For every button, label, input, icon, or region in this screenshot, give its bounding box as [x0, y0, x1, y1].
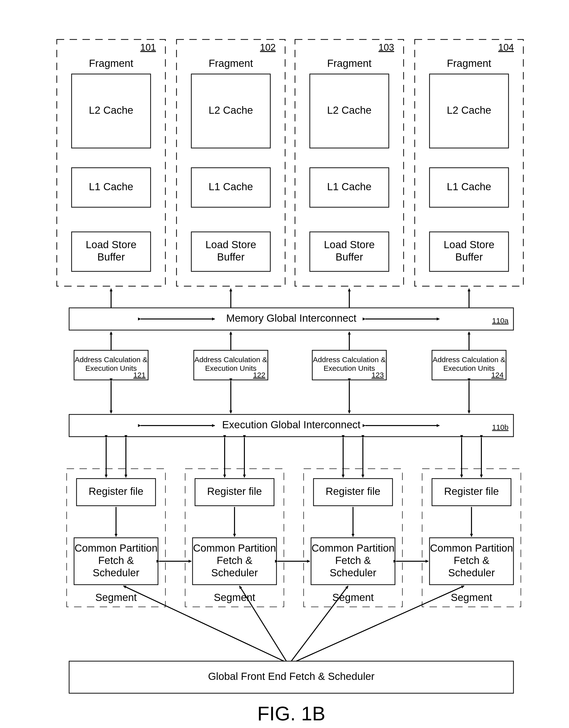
segment-3: Register file Common Partition Fetch & S… [422, 469, 521, 607]
mem-interconnect-label: Memory Global Interconnect [226, 312, 357, 324]
l1-cache-label: L1 Cache [89, 181, 133, 192]
lsb-label2: Buffer [217, 251, 244, 263]
svg-text:Scheduler: Scheduler [330, 567, 376, 579]
lsb-label2: Buffer [336, 251, 363, 263]
frag-to-mem-arrows [111, 289, 469, 308]
l1-cache-label: L1 Cache [447, 181, 491, 192]
fragment-ref: 102 [260, 42, 275, 53]
exec-unit-ref: 124 [491, 371, 504, 379]
svg-text:Segment: Segment [332, 592, 374, 603]
exec-units-row: Address Calculation & Execution Units 12… [74, 350, 506, 380]
svg-text:Execution Units: Execution Units [205, 364, 256, 372]
fragments-row: 101 Fragment L2 Cache L1 Cache Load Stor… [57, 39, 523, 286]
global-front-end-label: Global Front End Fetch & Scheduler [208, 671, 375, 682]
exec-unit-0: Address Calculation & Execution Units 12… [74, 350, 148, 380]
exec-unit-1: Address Calculation & Execution Units 12… [194, 350, 268, 380]
exec-unit-2: Address Calculation & Execution Units 12… [312, 350, 386, 380]
interconnect-to-reg-arrows [106, 438, 481, 477]
svg-text:Register file: Register file [326, 485, 381, 497]
svg-text:Fetch &: Fetch & [335, 555, 371, 566]
fragment-1: 102 Fragment L2 Cache L1 Cache Load Stor… [176, 39, 285, 286]
lsb-label: Load Store [444, 239, 494, 250]
svg-text:Common Partition: Common Partition [193, 542, 276, 554]
svg-text:Scheduler: Scheduler [211, 567, 258, 579]
lsb-label: Load Store [86, 239, 136, 250]
segment-1: Register file Common Partition Fetch & S… [185, 469, 284, 607]
svg-text:Execution Units: Execution Units [443, 364, 495, 372]
svg-text:Scheduler: Scheduler [448, 567, 495, 579]
svg-text:Common Partition: Common Partition [312, 542, 395, 554]
svg-text:Execution Units: Execution Units [324, 364, 375, 372]
exec-interconnect-label: Execution Global Interconnect [222, 419, 361, 430]
svg-text:Register file: Register file [444, 485, 499, 497]
segment-label: Segment [95, 592, 137, 603]
l2-cache-label: L2 Cache [327, 104, 372, 116]
l2-cache-label: L2 Cache [208, 104, 253, 116]
execunit-to-interconnect-arrows [111, 381, 469, 413]
svg-line-79 [296, 586, 464, 661]
l1-cache-label: L1 Cache [208, 181, 253, 192]
fragment-title: Fragment [208, 57, 253, 69]
segment-0: Register file Common Partition Fetch & S… [67, 469, 165, 607]
segment-2: Register file Common Partition Fetch & S… [304, 469, 402, 607]
svg-text:Fetch &: Fetch & [454, 555, 490, 566]
mem-to-exec-arrows [111, 332, 469, 350]
fragment-title: Fragment [447, 57, 491, 69]
global-front-end: Global Front End Fetch & Scheduler [69, 661, 513, 693]
l2-cache-label: L2 Cache [89, 104, 133, 116]
svg-text:Address Calculation &: Address Calculation & [433, 355, 505, 364]
segments-row: Register file Common Partition Fetch & S… [67, 469, 521, 607]
fragment-0: 101 Fragment L2 Cache L1 Cache Load Stor… [57, 39, 165, 286]
frontend-to-cp-arrows [123, 586, 464, 661]
svg-line-77 [239, 586, 287, 661]
cp-label-1: Common Partition [75, 542, 157, 554]
exec-interconnect-ref: 110b [492, 423, 509, 431]
svg-text:Address Calculation &: Address Calculation & [75, 355, 147, 364]
exec-unit-ref: 121 [133, 371, 146, 379]
fragment-ref: 103 [379, 42, 394, 53]
svg-text:Fetch &: Fetch & [217, 555, 252, 566]
cp-label-2: Fetch & [98, 555, 134, 566]
fragment-title: Fragment [89, 57, 133, 69]
lsb-label2: Buffer [455, 251, 483, 263]
fragment-3: 104 Fragment L2 Cache L1 Cache Load Stor… [415, 39, 523, 286]
svg-text:Execution Units: Execution Units [85, 364, 137, 372]
svg-text:Common Partition: Common Partition [430, 542, 513, 554]
memory-interconnect: Memory Global Interconnect 110a [69, 308, 513, 330]
svg-line-76 [123, 586, 284, 661]
register-file-label: Register file [207, 485, 262, 497]
fragment-title: Fragment [327, 57, 372, 69]
fragment-2: 103 Fragment L2 Cache L1 Cache Load Stor… [295, 39, 404, 286]
reg-to-cp-arrows [116, 507, 472, 537]
figure-label: FIG. 1B [257, 703, 325, 725]
lsb-label2: Buffer [97, 251, 125, 263]
svg-line-78 [291, 586, 348, 661]
svg-text:Address Calculation &: Address Calculation & [313, 355, 386, 364]
exec-unit-ref: 122 [253, 371, 265, 379]
lsb-label: Load Store [324, 239, 375, 250]
svg-text:Segment: Segment [451, 592, 492, 603]
svg-text:Address Calculation &: Address Calculation & [194, 355, 267, 364]
mem-interconnect-ref: 110a [492, 317, 509, 325]
fragment-ref: 104 [498, 42, 514, 53]
register-file-label: Register file [89, 485, 143, 497]
lsb-label: Load Store [205, 239, 256, 250]
cp-label-3: Scheduler [93, 567, 139, 579]
exec-unit-ref: 123 [372, 371, 384, 379]
fragment-ref: 101 [140, 42, 156, 53]
exec-unit-3: Address Calculation & Execution Units 12… [432, 350, 506, 380]
l1-cache-label: L1 Cache [327, 181, 372, 192]
l2-cache-label: L2 Cache [447, 104, 491, 116]
exec-interconnect: Execution Global Interconnect 110b [69, 414, 513, 437]
